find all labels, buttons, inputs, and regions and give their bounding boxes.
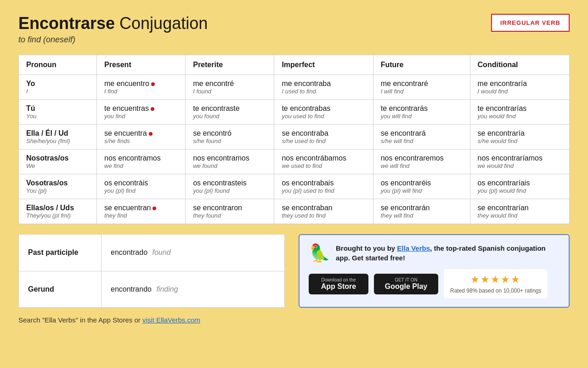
preterite-cell: se encontraronthey found [186, 199, 274, 224]
table-row: Vosotras/osYou (pl)os encontráisyou (pl)… [19, 174, 570, 199]
present-cell: nos encontramoswe find [97, 150, 186, 174]
past-participle-row: Past participle encontrado found [19, 235, 285, 271]
promo-header: 🦜 Brought to you by Ella Verbs, the top-… [309, 243, 560, 263]
future-cell: se encontrarás/he will find [373, 125, 470, 150]
pronoun-cell: Vosotras/osYou (pl) [19, 174, 97, 199]
google-play-top-label: GET IT ON [395, 277, 418, 282]
preterite-cell: te encontrasteyou found [186, 100, 274, 125]
col-imperfect: Imperfect [274, 55, 373, 75]
table-row: Nosotras/osWenos encontramoswe findnos e… [19, 150, 570, 174]
preterite-cell: me encontréI found [186, 75, 274, 100]
imperfect-cell: se encontrabanthey used to find [274, 199, 373, 224]
preterite-cell: se encontrós/he found [186, 125, 274, 150]
present-cell: te encuentrasyou find [97, 100, 186, 125]
past-participle-label: Past participle [19, 235, 102, 271]
col-present: Present [97, 55, 186, 75]
imperfect-cell: os encontrabaisyou (pl) used to find [274, 174, 373, 199]
footer-text-prefix: Search "Ella Verbs" in the App Stores or [18, 316, 142, 324]
footer: Search "Ella Verbs" in the App Stores or… [18, 316, 570, 324]
conditional-cell: se encontraríanthey would find [470, 199, 569, 224]
imperfect-cell: te encontrabasyou used to find [274, 100, 373, 125]
ella-verbs-footer-link[interactable]: visit EllaVerbs.com [142, 316, 200, 324]
conjugation-table: Pronoun Present Preterite Imperfect Futu… [18, 55, 570, 224]
ella-verbs-link[interactable]: Ella Verbs [397, 244, 430, 252]
table-row: YoIme encuentroI findme encontréI foundm… [19, 75, 570, 100]
imperfect-cell: nos encontrábamoswe used to find [274, 150, 373, 174]
conditional-cell: os encontraríaisyou (pl) would find [470, 174, 569, 199]
pronoun-cell: YoI [19, 75, 97, 100]
pronoun-cell: Ellas/os / UdsThey/you (pl fml) [19, 199, 97, 224]
promo-icon: 🦜 [309, 244, 330, 262]
gerund-row: Gerund encontrando finding [19, 271, 285, 308]
conditional-cell: te encontraríasyou would find [470, 100, 569, 125]
app-store-bottom-label: App Store [321, 282, 356, 291]
promo-box: 🦜 Brought to you by Ella Verbs, the top-… [299, 234, 570, 308]
preterite-cell: os encontrasteisyou (pl) found [186, 174, 274, 199]
present-cell: se encuentranthey find [97, 199, 186, 224]
bottom-section: Past participle encontrado found Gerund … [18, 234, 570, 308]
promo-buttons: Download on the App Store GET IT ON Goog… [309, 269, 560, 299]
google-play-button[interactable]: GET IT ON Google Play [374, 274, 438, 294]
present-cell: se encuentras/he finds [97, 125, 186, 150]
rating-text: Rated 98% based on 10,000+ ratings [450, 288, 541, 294]
future-cell: te encontrarásyou will find [373, 100, 470, 125]
rating-box: ★★★★★ Rated 98% based on 10,000+ ratings [444, 269, 548, 299]
page-header: Encontrarse Conjugation to find (oneself… [18, 14, 570, 45]
pronoun-cell: Nosotras/osWe [19, 150, 97, 174]
imperfect-cell: me encontrabaI used to find [274, 75, 373, 100]
col-future: Future [373, 55, 470, 75]
page-title: Encontrarse Conjugation [18, 14, 208, 33]
gerund-label: Gerund [19, 271, 102, 308]
past-participle-value: encontrado found [102, 235, 285, 271]
future-cell: nos encontraremoswe will find [373, 150, 470, 174]
future-cell: se encontraránthey will find [373, 199, 470, 224]
table-row: Ella / Él / UdShe/he/you (fml)se encuent… [19, 125, 570, 150]
title-block: Encontrarse Conjugation to find (oneself… [18, 14, 208, 45]
gerund-value: encontrando finding [102, 271, 285, 308]
conditional-cell: nos encontraríamoswe would find [470, 150, 569, 174]
star-rating: ★★★★★ [470, 274, 521, 286]
table-row: TúYoute encuentrasyou findte encontraste… [19, 100, 570, 125]
conjugation-body: YoIme encuentroI findme encontréI foundm… [19, 75, 570, 224]
conditional-cell: se encontrarías/he would find [470, 125, 569, 150]
table-header-row: Pronoun Present Preterite Imperfect Futu… [19, 55, 570, 75]
imperfect-cell: se encontrabas/he used to find [274, 125, 373, 150]
pronoun-cell: TúYou [19, 100, 97, 125]
app-store-top-label: Download on the [321, 277, 356, 282]
conditional-cell: me encontraríaI would find [470, 75, 569, 100]
col-pronoun: Pronoun [19, 55, 97, 75]
irregular-verb-badge: IRREGULAR VERB [491, 14, 570, 32]
future-cell: os encontraréisyou (pl) will find [373, 174, 470, 199]
present-cell: me encuentroI find [97, 75, 186, 100]
page-subtitle: to find (oneself) [18, 35, 208, 45]
table-row: Ellas/os / UdsThey/you (pl fml)se encuen… [19, 199, 570, 224]
participle-table: Past participle encontrado found Gerund … [18, 234, 285, 308]
google-play-bottom-label: Google Play [385, 282, 427, 291]
present-cell: os encontráisyou (pl) find [97, 174, 186, 199]
future-cell: me encontraréI will find [373, 75, 470, 100]
promo-text: Brought to you by Ella Verbs, the top-ra… [336, 243, 560, 263]
col-conditional: Conditional [470, 55, 569, 75]
col-preterite: Preterite [186, 55, 274, 75]
preterite-cell: nos encontramoswe found [186, 150, 274, 174]
app-store-button[interactable]: Download on the App Store [309, 274, 368, 294]
pronoun-cell: Ella / Él / UdShe/he/you (fml) [19, 125, 97, 150]
